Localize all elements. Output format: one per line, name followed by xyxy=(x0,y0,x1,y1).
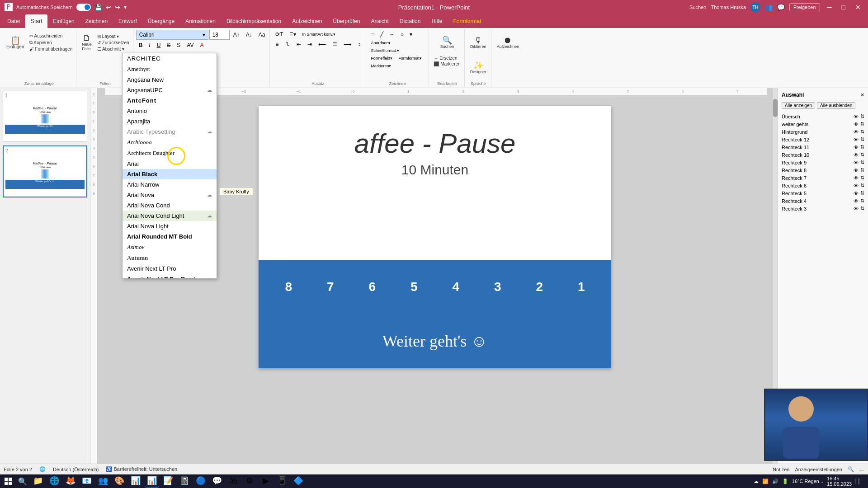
lock-icon-hintergrund[interactable]: ⇅ xyxy=(860,129,864,135)
btn-formformat[interactable]: Formformat▾ xyxy=(396,55,425,62)
panel-close-icon[interactable]: ✕ xyxy=(860,92,864,98)
btn-suchen[interactable]: 🔍 Suchen xyxy=(432,30,462,55)
btn-ersetzen[interactable]: ↔ Ersetzen xyxy=(432,55,462,61)
btn-schnellformat[interactable]: Schnellformat.▾ xyxy=(368,47,402,54)
font-item-antonio[interactable]: Antonio xyxy=(123,106,217,116)
btn-diktieren[interactable]: 🎙 Diktieren xyxy=(467,30,489,55)
font-item-arial-nova-light[interactable]: Arial Nova Light xyxy=(123,221,217,231)
notes-btn[interactable]: Notizen xyxy=(773,467,789,472)
menu-tab-bildschirm[interactable]: Bildschirmpräsentation xyxy=(221,14,287,28)
scrollbar-thumb[interactable] xyxy=(773,99,778,117)
view-settings-btn[interactable]: Anzeigeeinstellungen xyxy=(795,467,842,472)
lock-icon-weiter[interactable]: ⇅ xyxy=(860,121,864,127)
btn-strikethrough[interactable]: S xyxy=(164,41,173,50)
btn-spacing[interactable]: AV xyxy=(184,41,196,50)
taskbar-wifi[interactable]: 📶 xyxy=(762,479,769,484)
comments-icon[interactable]: 💬 xyxy=(777,4,785,11)
font-item-amethyst[interactable]: Amethyst xyxy=(123,64,217,75)
eye-icon-rect8[interactable]: 👁 xyxy=(854,168,859,173)
maximize-btn[interactable]: □ xyxy=(839,4,848,11)
taskbar-teams[interactable]: 👥 xyxy=(96,475,110,488)
menu-tab-einfuegen[interactable]: Einfügen xyxy=(47,14,80,28)
eye-icon-rect10[interactable]: 👁 xyxy=(854,152,859,158)
lock-icon-rect3[interactable]: ⇅ xyxy=(860,206,864,211)
eye-icon-rect5[interactable]: 👁 xyxy=(854,191,859,196)
font-item-aparajita[interactable]: Aparajita xyxy=(123,116,217,127)
taskbar-start-btn[interactable] xyxy=(2,475,14,488)
btn-markieren2[interactable]: ⬛ Markieren xyxy=(432,61,462,67)
menu-tab-entwurf[interactable]: Entwurf xyxy=(113,14,142,28)
taskbar-chrome[interactable]: 🔵 xyxy=(193,475,208,488)
font-item-arial-rounded[interactable]: Arial Rounded MT Bold xyxy=(123,231,217,242)
btn-designer[interactable]: ✨ Designer xyxy=(467,55,489,80)
menu-tab-animationen[interactable]: Animationen xyxy=(180,14,221,28)
font-item-autumn[interactable]: Autumn xyxy=(123,253,217,263)
font-size-input[interactable]: 18 xyxy=(209,30,230,40)
taskbar-skype[interactable]: 💬 xyxy=(210,475,224,488)
menu-tab-ueberpruefen[interactable]: Überprüfen xyxy=(327,14,365,28)
btn-textrichtung[interactable]: ⟳T xyxy=(273,30,286,39)
btn-align-center[interactable]: ☰ xyxy=(330,40,340,49)
btn-clear-format[interactable]: Aa xyxy=(256,30,268,39)
slide-thumb-2[interactable]: 2 Kaffee - Pause 10 Minuten Weiter geht'… xyxy=(3,145,87,197)
btn-bold[interactable]: B xyxy=(136,41,146,50)
share-btn[interactable]: Freigeben xyxy=(789,3,820,11)
taskbar-show-desktop[interactable]: │ xyxy=(855,479,863,484)
btn-line-spacing[interactable]: ↕ xyxy=(355,40,363,49)
btn-textausrichten[interactable]: Ξ▾ xyxy=(287,30,299,39)
taskbar-store[interactable]: 🛍 xyxy=(226,475,241,488)
btn-decrease-font[interactable]: A↓ xyxy=(243,30,255,39)
shape-more[interactable]: ▾ xyxy=(407,30,415,39)
btn-markieren[interactable]: Markieren▾ xyxy=(368,62,394,70)
taskbar-outlook[interactable]: 📧 xyxy=(80,475,94,488)
font-item-angsanaupc[interactable]: AngsanaUPC ☁ xyxy=(123,85,217,95)
taskbar-battery[interactable]: 🔋 xyxy=(782,479,788,484)
minimize-btn[interactable]: ─ xyxy=(825,4,835,11)
shape-oval[interactable]: ○ xyxy=(398,30,406,39)
lock-icon-rect8[interactable]: ⇅ xyxy=(860,167,864,173)
font-item-angsana-new[interactable]: Angsana New xyxy=(123,75,217,85)
font-item-arial-narrow[interactable]: Arial Narrow xyxy=(123,179,217,190)
btn-increase-font[interactable]: A↑ xyxy=(231,30,242,39)
btn-layout[interactable]: ⊟ Layout ▾ xyxy=(95,33,131,39)
menu-tab-aufzeichnen[interactable]: Aufzeichnen xyxy=(287,14,327,28)
eye-icon-rect3[interactable]: 👁 xyxy=(854,206,859,211)
font-item-arabic[interactable]: Arabic Typesetting ☁ xyxy=(123,127,217,137)
btn-indent-more[interactable]: ⇥ xyxy=(305,40,315,49)
font-item-avenir-demi[interactable]: Avenir Next LT Pro Demi ☁ xyxy=(123,274,217,279)
lock-icon-rect9[interactable]: ⇅ xyxy=(860,160,864,165)
lock-icon-rect5[interactable]: ⇅ xyxy=(860,190,864,196)
menu-tab-hilfe[interactable]: Hilfe xyxy=(426,14,448,28)
taskbar-firefox[interactable]: 🦊 xyxy=(63,475,78,488)
btn-alle-ausblenden[interactable]: Alle ausblenden xyxy=(817,102,855,109)
taskbar-cloud[interactable]: ☁ xyxy=(754,479,759,484)
taskbar-search-btn[interactable]: 🔍 xyxy=(16,475,29,488)
font-item-arial-black[interactable]: Arial Black xyxy=(123,169,217,179)
btn-indent-less[interactable]: ⇤ xyxy=(294,40,304,49)
btn-italic[interactable]: I xyxy=(146,41,153,50)
shape-arrow[interactable]: → xyxy=(387,30,397,39)
eye-icon-rect11[interactable]: 👁 xyxy=(854,145,859,150)
font-item-arial[interactable]: Arial xyxy=(123,159,217,169)
btn-neue-folie[interactable]: 🗋 NeueFolie xyxy=(79,30,94,55)
taskbar-sound[interactable]: 🔊 xyxy=(772,479,778,484)
eye-icon-rect4[interactable]: 👁 xyxy=(854,198,859,204)
eye-icon-hintergrund[interactable]: 👁 xyxy=(854,129,859,135)
taskbar-onenote[interactable]: 📓 xyxy=(177,475,192,488)
btn-ausschneiden[interactable]: ✂ Ausschneiden xyxy=(28,33,74,39)
btn-anordnen[interactable]: Anordnen▾ xyxy=(368,39,393,47)
font-item-architects[interactable]: Architects Daughter xyxy=(123,148,217,159)
shape-line[interactable]: ╱ xyxy=(377,30,386,39)
font-item-antcfont[interactable]: AntcFont xyxy=(123,95,217,106)
taskbar-explorer[interactable]: 📁 xyxy=(31,475,45,488)
btn-abschnitt[interactable]: ☰ Abschnitt ▾ xyxy=(95,46,131,52)
btn-smartart[interactable]: In SmartArt konv.▾ xyxy=(300,31,339,38)
lock-icon-rect11[interactable]: ⇅ xyxy=(860,144,864,150)
taskbar-powerpoint[interactable]: 📊 xyxy=(145,475,159,488)
menu-tab-start[interactable]: Start xyxy=(25,14,47,28)
toolbar-save-icon[interactable]: 💾 xyxy=(94,4,102,11)
btn-align-right[interactable]: ⟶ xyxy=(341,40,354,49)
eye-icon-uebersch[interactable]: 👁 xyxy=(854,114,859,119)
btn-bullets[interactable]: ≡ xyxy=(273,40,281,49)
btn-formeffekt[interactable]: Formeffekt▾ xyxy=(368,55,395,62)
